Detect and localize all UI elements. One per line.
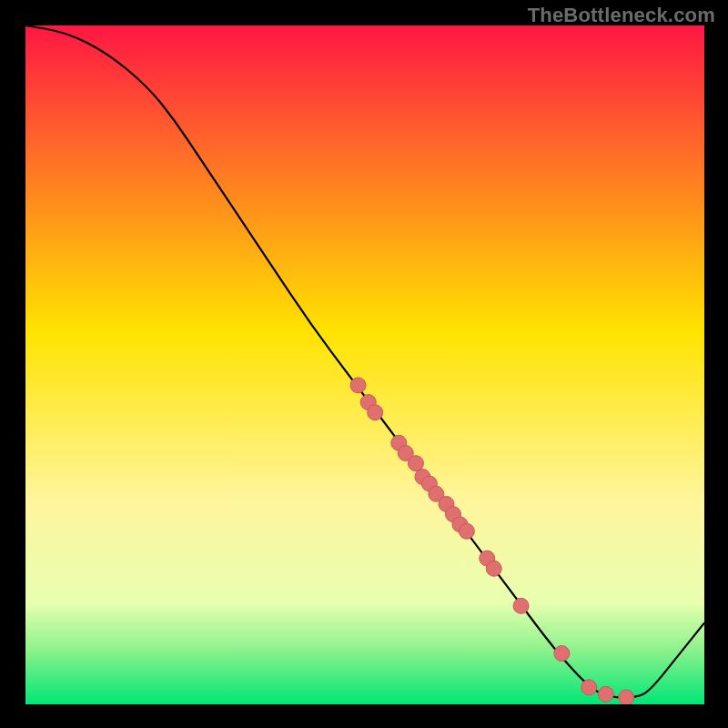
- data-point: [486, 561, 501, 576]
- chart-svg: [25, 25, 704, 704]
- data-point: [554, 646, 570, 662]
- watermark-text: TheBottleneck.com: [528, 4, 715, 27]
- data-point: [513, 598, 529, 613]
- data-point: [619, 690, 634, 704]
- data-point: [459, 523, 474, 539]
- chart-frame: TheBottleneck.com: [0, 0, 728, 728]
- plot-area: [25, 25, 704, 704]
- data-point: [581, 680, 597, 695]
- data-point: [408, 456, 423, 471]
- gradient-background: [25, 25, 704, 704]
- data-point: [598, 686, 613, 702]
- data-point: [368, 405, 383, 420]
- data-point: [350, 378, 366, 393]
